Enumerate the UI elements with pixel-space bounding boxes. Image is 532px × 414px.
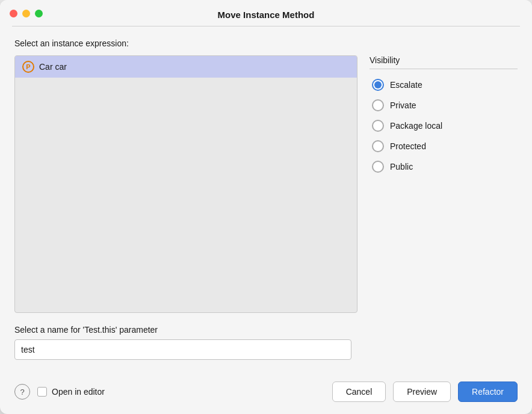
main-area: P Car car Visibility Escalate Private (14, 55, 518, 313)
cancel-button[interactable]: Cancel (332, 382, 386, 402)
visibility-header: Visibility (370, 55, 518, 69)
open-in-editor-label: Open in editor (52, 387, 105, 397)
radio-package-local[interactable]: Package local (370, 116, 518, 135)
radio-circle-private (372, 99, 384, 111)
window-controls (10, 10, 43, 17)
list-item-text: Car car (39, 62, 67, 72)
dialog-title: Move Instance Method (218, 10, 315, 20)
radio-circle-protected (372, 140, 384, 152)
radio-label-protected: Protected (390, 141, 426, 151)
help-icon: ? (20, 388, 24, 397)
radio-circle-package-local (372, 120, 384, 132)
radio-label-package-local: Package local (390, 121, 442, 131)
radio-label-public: Public (390, 162, 413, 171)
param-icon: P (22, 61, 34, 73)
radio-circle-escalate (372, 79, 384, 91)
dialog-window: Move Instance Method Select an instance … (0, 0, 532, 414)
radio-protected[interactable]: Protected (370, 137, 518, 156)
radio-label-escalate: Escalate (390, 80, 422, 90)
radio-group: Escalate Private Package local Protected (370, 75, 518, 176)
help-button[interactable]: ? (14, 384, 30, 400)
open-in-editor-checkbox[interactable] (37, 387, 47, 397)
name-section: Select a name for 'Test.this' parameter (14, 325, 518, 360)
radio-escalate[interactable]: Escalate (370, 75, 518, 94)
instance-list: P Car car (14, 55, 357, 313)
refactor-button[interactable]: Refactor (458, 382, 518, 402)
close-button[interactable] (10, 10, 17, 17)
preview-button[interactable]: Preview (393, 382, 451, 402)
visibility-panel: Visibility Escalate Private Package loca… (370, 55, 518, 313)
open-in-editor-wrapper[interactable]: Open in editor (37, 387, 105, 397)
radio-public[interactable]: Public (370, 157, 518, 176)
maximize-button[interactable] (35, 10, 43, 17)
list-item[interactable]: P Car car (15, 56, 357, 78)
title-bar: Move Instance Method (0, 0, 532, 26)
instance-section-label: Select an instance expression: (14, 39, 518, 48)
footer: ? Open in editor Cancel Preview Refactor (0, 372, 532, 414)
radio-private[interactable]: Private (370, 96, 518, 115)
radio-circle-public (372, 161, 384, 173)
main-content: Select an instance expression: P Car car… (0, 26, 532, 372)
minimize-button[interactable] (22, 10, 30, 17)
name-input[interactable] (14, 339, 351, 360)
name-section-label: Select a name for 'Test.this' parameter (14, 325, 518, 335)
radio-label-private: Private (390, 100, 416, 110)
